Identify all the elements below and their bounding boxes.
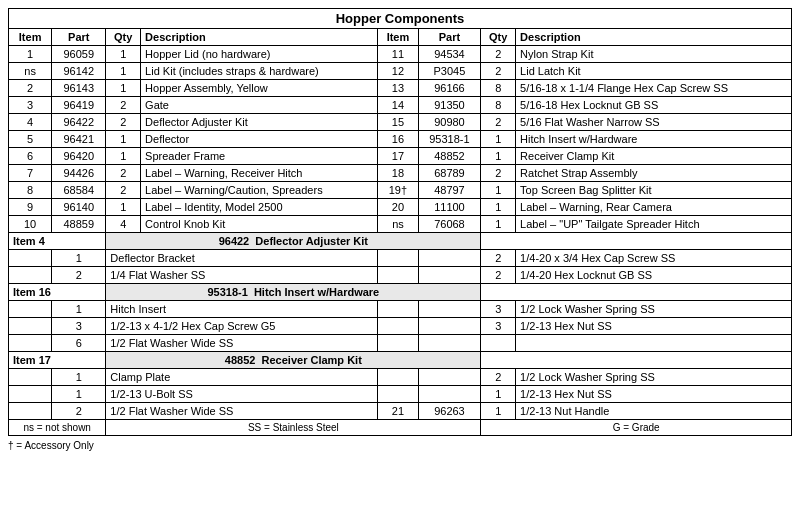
part-left: 96420 [52, 148, 106, 165]
sub-section-header: Item 4 96422 Deflector Adjuster Kit [9, 233, 792, 250]
sub-desc-left: Hitch Insert [106, 301, 378, 318]
part-left: 96059 [52, 46, 106, 63]
item-right: ns [378, 216, 418, 233]
col-header-desc-right: Description [516, 29, 792, 46]
desc-right: Receiver Clamp Kit [516, 148, 792, 165]
sub-desc-left: 1/2-13 x 4-1/2 Hex Cap Screw G5 [106, 318, 378, 335]
part-right: 11100 [418, 199, 481, 216]
table-row: 8 68584 2 Label – Warning/Caution, Sprea… [9, 182, 792, 199]
sub-section-row: 1 Deflector Bracket 2 1/4-20 x 3/4 Hex C… [9, 250, 792, 267]
qty-left: 1 [106, 46, 141, 63]
desc-right: Lid Latch Kit [516, 63, 792, 80]
col-header-item-right: Item [378, 29, 418, 46]
sub-qty-left: 2 [52, 267, 106, 284]
sub-desc-right: 1/4-20 Hex Locknut GB SS [516, 267, 792, 284]
qty-right: 1 [481, 199, 516, 216]
sub-section-title: 48852 Receiver Clamp Kit [106, 352, 481, 369]
part-right: 95318-1 [418, 131, 481, 148]
qty-left: 1 [106, 63, 141, 80]
part-right: 91350 [418, 97, 481, 114]
qty-right: 2 [481, 114, 516, 131]
part-right: 96166 [418, 80, 481, 97]
item-left: 2 [9, 80, 52, 97]
qty-right: 2 [481, 46, 516, 63]
sub-qty-left: 2 [52, 403, 106, 420]
item-right: 20 [378, 199, 418, 216]
sub-section-row: 6 1/2 Flat Washer Wide SS [9, 335, 792, 352]
hopper-components-table: Hopper Components Item Part Qty Descript… [8, 8, 792, 436]
footer-g: G = Grade [481, 420, 792, 436]
desc-right: Label – "UP" Tailgate Spreader Hitch [516, 216, 792, 233]
item-right: 11 [378, 46, 418, 63]
qty-right: 1 [481, 182, 516, 199]
item-left: 1 [9, 46, 52, 63]
desc-right: 5/16 Flat Washer Narrow SS [516, 114, 792, 131]
qty-left: 4 [106, 216, 141, 233]
sub-qty-left: 6 [52, 335, 106, 352]
sub-desc-right: 1/2-13 Hex Nut SS [516, 318, 792, 335]
qty-left: 1 [106, 148, 141, 165]
qty-right: 1 [481, 148, 516, 165]
desc-left: Deflector [141, 131, 378, 148]
sub-desc-left: 1/4 Flat Washer SS [106, 267, 378, 284]
desc-left: Label – Warning/Caution, Spreaders [141, 182, 378, 199]
sub-desc-left: Deflector Bracket [106, 250, 378, 267]
qty-left: 2 [106, 165, 141, 182]
col-header-part-left: Part [52, 29, 106, 46]
sub-desc-left: 1/2 Flat Washer Wide SS [106, 403, 378, 420]
item-left: 6 [9, 148, 52, 165]
table-row: 6 96420 1 Spreader Frame 17 48852 1 Rece… [9, 148, 792, 165]
sub-item-label: Item 4 [9, 233, 106, 250]
item-left: 9 [9, 199, 52, 216]
sub-qty-right: 1 [481, 386, 516, 403]
part-right: P3045 [418, 63, 481, 80]
sub-item-label: Item 17 [9, 352, 106, 369]
sub-qty-right: 3 [481, 301, 516, 318]
item-right: 15 [378, 114, 418, 131]
sub-section-header: Item 17 48852 Receiver Clamp Kit [9, 352, 792, 369]
sub-section-row: 3 1/2-13 x 4-1/2 Hex Cap Screw G5 3 1/2-… [9, 318, 792, 335]
sub-desc-right: 1/2-13 Hex Nut SS [516, 386, 792, 403]
desc-left: Lid Kit (includes straps & hardware) [141, 63, 378, 80]
part-right: 90980 [418, 114, 481, 131]
table-row: 2 96143 1 Hopper Assembly, Yellow 13 961… [9, 80, 792, 97]
sub-qty-left: 3 [52, 318, 106, 335]
table-row: 3 96419 2 Gate 14 91350 8 5/16-18 Hex Lo… [9, 97, 792, 114]
footer-ss: SS = Stainless Steel [106, 420, 481, 436]
qty-right: 1 [481, 131, 516, 148]
sub-qty-left: 1 [52, 386, 106, 403]
desc-right: 5/16-18 x 1-1/4 Flange Hex Cap Screw SS [516, 80, 792, 97]
sub-desc-right [516, 335, 792, 352]
sub-section-row: 1 Clamp Plate 2 1/2 Lock Washer Spring S… [9, 369, 792, 386]
item-left: 4 [9, 114, 52, 131]
item-right: 17 [378, 148, 418, 165]
item-right: 14 [378, 97, 418, 114]
footnote: † = Accessory Only [8, 440, 792, 451]
desc-left: Label – Warning, Receiver Hitch [141, 165, 378, 182]
qty-left: 1 [106, 80, 141, 97]
sub-desc-right: 1/2 Lock Washer Spring SS [516, 301, 792, 318]
qty-left: 2 [106, 182, 141, 199]
desc-left: Label – Identity, Model 2500 [141, 199, 378, 216]
sub-desc-right: 1/2-13 Nut Handle [516, 403, 792, 420]
item-left: 3 [9, 97, 52, 114]
qty-right: 8 [481, 80, 516, 97]
part-right: 68789 [418, 165, 481, 182]
table-row: ns 96142 1 Lid Kit (includes straps & ha… [9, 63, 792, 80]
desc-left: Deflector Adjuster Kit [141, 114, 378, 131]
desc-right: Top Screen Bag Splitter Kit [516, 182, 792, 199]
desc-right: 5/16-18 Hex Locknut GB SS [516, 97, 792, 114]
part-left: 96142 [52, 63, 106, 80]
table-row: 10 48859 4 Control Knob Kit ns 76068 1 L… [9, 216, 792, 233]
item-right: 13 [378, 80, 418, 97]
sub-qty-right: 2 [481, 250, 516, 267]
item-left: ns [9, 63, 52, 80]
part-left: 96140 [52, 199, 106, 216]
table-row: 4 96422 2 Deflector Adjuster Kit 15 9098… [9, 114, 792, 131]
item-left: 8 [9, 182, 52, 199]
footer-row: ns = not shown SS = Stainless Steel G = … [9, 420, 792, 436]
part-left: 96143 [52, 80, 106, 97]
desc-right: Hitch Insert w/Hardware [516, 131, 792, 148]
qty-right: 1 [481, 216, 516, 233]
col-header-item-left: Item [9, 29, 52, 46]
